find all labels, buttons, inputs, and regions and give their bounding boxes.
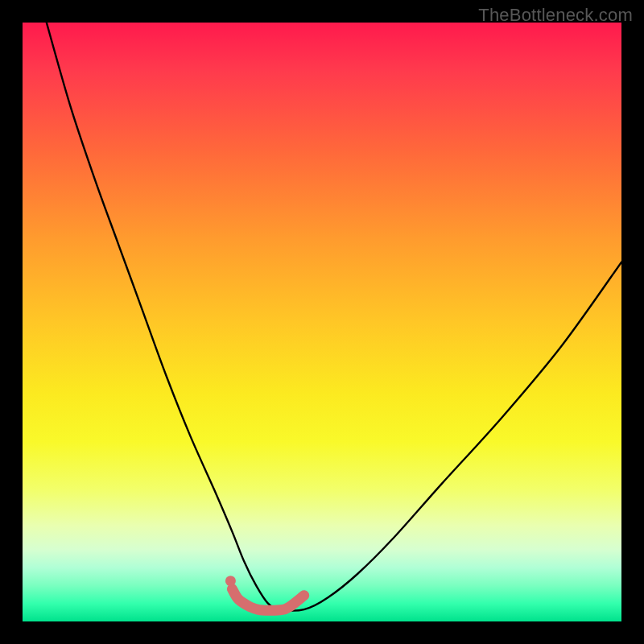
watermark-text: TheBottleneck.com [478, 5, 633, 26]
bottleneck-curve-svg [23, 23, 621, 621]
valley-marker-path [232, 589, 303, 610]
valley-marker-dot-left [225, 576, 236, 586]
bottleneck-curve-path [47, 23, 621, 611]
chart-plot-area [23, 23, 621, 621]
